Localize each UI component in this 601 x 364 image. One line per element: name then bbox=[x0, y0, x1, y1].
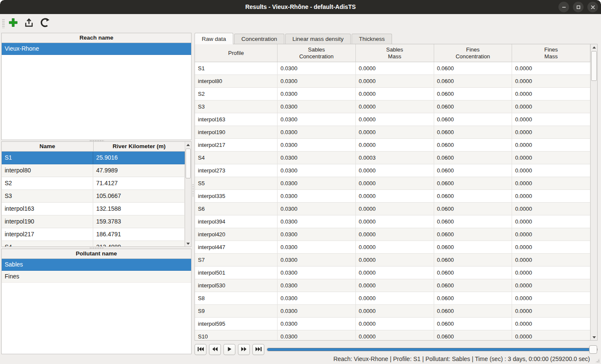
close-button[interactable] bbox=[587, 2, 598, 12]
tab-linear-mass-density[interactable]: Linear mass density bbox=[285, 34, 351, 44]
value-cell: 0.0300 bbox=[278, 139, 356, 152]
maximize-icon bbox=[576, 5, 581, 10]
scroll-down-button[interactable] bbox=[185, 241, 191, 246]
table-row[interactable]: S60.03000.00000.06000.0000 bbox=[195, 203, 590, 215]
export-icon bbox=[24, 17, 34, 29]
table-row[interactable]: interpol800.03000.00000.06000.0000 bbox=[195, 75, 590, 88]
value-cell: 0.0300 bbox=[278, 113, 356, 126]
scroll-up-button[interactable] bbox=[185, 142, 191, 148]
table-row[interactable]: interpol1900.03000.00000.06000.0000 bbox=[195, 126, 590, 139]
table-row[interactable]: interpol4470.03000.00000.06000.0000 bbox=[195, 241, 590, 254]
reload-button[interactable] bbox=[38, 16, 51, 30]
play-button[interactable] bbox=[223, 344, 235, 355]
river-kilometer-cell: 47.9989 bbox=[93, 164, 185, 177]
profile-name-cell: interpol163 bbox=[2, 203, 93, 215]
skip-end-icon bbox=[255, 347, 262, 353]
table-row[interactable]: interpol4200.03000.00000.06000.0000 bbox=[195, 228, 590, 241]
export-button[interactable] bbox=[23, 16, 35, 30]
tab-concentration[interactable]: Concentration bbox=[234, 34, 284, 44]
table-row[interactable]: S70.03000.00000.06000.0000 bbox=[195, 254, 590, 267]
column-header-fines-concentration: FinesConcentration bbox=[434, 44, 512, 62]
add-button[interactable] bbox=[7, 16, 20, 30]
tab-raw-data[interactable]: Raw data bbox=[195, 33, 233, 44]
time-slider[interactable] bbox=[267, 348, 598, 351]
table-row[interactable]: S40.03000.00030.06000.0000 bbox=[195, 152, 590, 164]
step-backward-button[interactable] bbox=[209, 344, 221, 355]
table-row[interactable]: S125.9016 bbox=[2, 152, 185, 164]
table-row[interactable]: S50.03000.00000.06000.0000 bbox=[195, 177, 590, 190]
raw-data-table-body: S10.03000.00000.06000.0000interpol800.03… bbox=[195, 62, 590, 340]
table-row[interactable]: interpol1630.03000.00000.06000.0000 bbox=[195, 113, 590, 126]
table-row[interactable]: S20.03000.00000.06000.0000 bbox=[195, 88, 590, 100]
skip-to-start-button[interactable] bbox=[195, 344, 206, 355]
table-row[interactable]: interpol5010.03000.00000.06000.0000 bbox=[195, 267, 590, 279]
value-cell: 0.0600 bbox=[434, 126, 512, 139]
value-cell: 0.0000 bbox=[356, 292, 434, 305]
value-cell: 0.0300 bbox=[278, 177, 356, 190]
resize-grip[interactable] bbox=[595, 358, 600, 363]
value-cell: 0.0000 bbox=[512, 113, 590, 126]
raw-data-scrollbar[interactable] bbox=[590, 44, 597, 340]
results-tabbar: Raw dataConcentrationLinear mass density… bbox=[195, 33, 393, 44]
value-cell: 0.0600 bbox=[434, 139, 512, 152]
skip-start-icon bbox=[197, 347, 204, 353]
value-cell: 0.0000 bbox=[512, 241, 590, 254]
skip-to-end-button[interactable] bbox=[252, 344, 264, 355]
table-row[interactable]: interpol217186.4791 bbox=[2, 228, 185, 241]
reach-list: Vieux-Rhone bbox=[2, 43, 191, 55]
value-cell: 0.0000 bbox=[356, 62, 434, 75]
toolbar-drag-handle[interactable] bbox=[2, 19, 5, 28]
header-line: Mass bbox=[388, 53, 401, 60]
pollutant-list-item[interactable]: Fines bbox=[2, 271, 191, 283]
table-row[interactable]: interpol2170.03000.00000.06000.0000 bbox=[195, 139, 590, 152]
table-row[interactable]: S271.4127 bbox=[2, 177, 185, 190]
minimize-button[interactable] bbox=[558, 2, 569, 12]
header-line: Mass bbox=[544, 53, 558, 60]
table-row[interactable]: S4213.4089 bbox=[2, 241, 185, 246]
table-row[interactable]: S3105.0667 bbox=[2, 190, 185, 203]
column-header-river-kilometer: River Kilometer (m) bbox=[94, 142, 185, 151]
tab-thickness[interactable]: Thickness bbox=[352, 34, 392, 44]
rewind-icon bbox=[212, 347, 218, 353]
profile-cell: interpol394 bbox=[195, 215, 278, 228]
value-cell: 0.0000 bbox=[512, 177, 590, 190]
scrollbar-thumb[interactable] bbox=[591, 51, 597, 81]
value-cell: 0.0300 bbox=[278, 241, 356, 254]
reach-list-item[interactable]: Vieux-Rhone bbox=[2, 43, 191, 55]
value-cell: 0.0000 bbox=[512, 139, 590, 152]
table-row[interactable]: S10.03000.00000.06000.0000 bbox=[195, 62, 590, 75]
river-kilometer-cell: 132.1588 bbox=[93, 203, 185, 215]
step-forward-button[interactable] bbox=[238, 344, 250, 355]
value-cell: 0.0000 bbox=[512, 228, 590, 241]
scrollbar-thumb[interactable] bbox=[186, 149, 191, 178]
profile-name-cell: interpol190 bbox=[2, 215, 93, 228]
value-cell: 0.0000 bbox=[356, 177, 434, 190]
table-row[interactable]: interpol163132.1588 bbox=[2, 203, 185, 215]
table-row[interactable]: S30.03000.00000.06000.0000 bbox=[195, 100, 590, 113]
table-row[interactable]: interpol5300.03000.00000.06000.0000 bbox=[195, 279, 590, 292]
table-row[interactable]: S80.03000.00000.06000.0000 bbox=[195, 292, 590, 305]
vertical-splitter[interactable] bbox=[192, 33, 195, 354]
column-header-sables-concentration: SablesConcentration bbox=[278, 44, 356, 62]
table-row[interactable]: interpol5950.03000.00000.06000.0000 bbox=[195, 318, 590, 330]
pollutant-list-item[interactable]: Sables bbox=[2, 259, 191, 271]
profile-name-cell: S2 bbox=[2, 177, 93, 190]
time-slider-handle[interactable] bbox=[589, 345, 597, 354]
profiles-header-row: Name River Kilometer (m) bbox=[2, 142, 185, 152]
maximize-button[interactable] bbox=[573, 2, 584, 12]
value-cell: 0.0000 bbox=[512, 305, 590, 318]
table-row[interactable]: interpol2730.03000.00000.06000.0000 bbox=[195, 164, 590, 177]
table-row[interactable]: S100.03000.00000.06000.0000 bbox=[195, 330, 590, 340]
profile-cell: interpol163 bbox=[195, 113, 278, 126]
value-cell: 0.0000 bbox=[356, 254, 434, 267]
scroll-up-button[interactable] bbox=[591, 44, 597, 50]
profile-cell: S1 bbox=[195, 62, 278, 75]
plus-icon bbox=[8, 17, 18, 29]
scroll-down-button[interactable] bbox=[591, 334, 597, 340]
table-row[interactable]: S90.03000.00000.06000.0000 bbox=[195, 305, 590, 318]
table-row[interactable]: interpol3940.03000.00000.06000.0000 bbox=[195, 215, 590, 228]
table-row[interactable]: interpol3350.03000.00000.06000.0000 bbox=[195, 190, 590, 203]
table-row[interactable]: interpol190159.3783 bbox=[2, 215, 185, 228]
profiles-scrollbar[interactable] bbox=[185, 142, 191, 246]
table-row[interactable]: interpol8047.9989 bbox=[2, 164, 185, 177]
